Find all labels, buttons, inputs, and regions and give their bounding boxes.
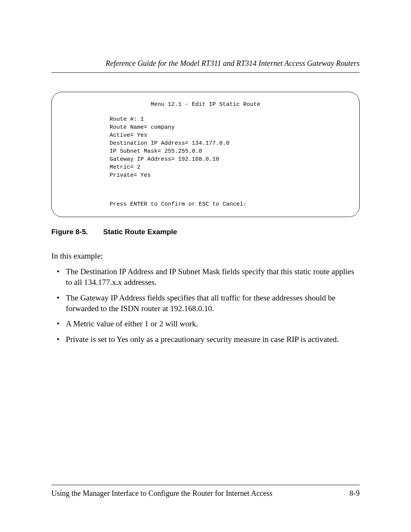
terminal-line-6: Gateway IP Address= 192.168.0.10 — [110, 156, 219, 163]
terminal-line-2: Route Name= company — [110, 124, 175, 131]
footer-page-number: 8-9 — [349, 489, 360, 498]
terminal-line-4: Destination IP Address= 134.177.0.0 — [110, 140, 229, 147]
terminal-title: Menu 12.1 - Edit IP Static Route — [64, 101, 347, 109]
terminal-line-3: Active= Yes — [110, 132, 147, 139]
running-header: Reference Guide for the Model RT311 and … — [51, 59, 360, 73]
terminal-line-5: IP Subnet Mask= 255.255.0.0 — [110, 148, 202, 155]
page-footer: Using the Manager Interface to Configure… — [51, 485, 360, 498]
intro-line: In this example: — [51, 251, 360, 261]
page: Reference Guide for the Model RT311 and … — [0, 0, 411, 532]
terminal-line-7: Metric= 2 — [110, 164, 140, 171]
bullet-text: The Gateway IP Address fields specifies … — [66, 293, 336, 313]
bullet-text: A Metric value of either 1 or 2 will wor… — [66, 319, 198, 328]
list-item: Private is set to Yes only as a precauti… — [66, 334, 360, 345]
list-item: A Metric value of either 1 or 2 will wor… — [66, 318, 360, 329]
bullet-list: The Destination IP Address and IP Subnet… — [51, 266, 360, 345]
figure-label: Figure 8-5. — [51, 228, 88, 236]
terminal-box: Menu 12.1 - Edit IP Static Route Route #… — [51, 92, 360, 217]
terminal-footer: Press ENTER to Confirm or ESC to Cancel: — [110, 200, 347, 208]
bullet-text: The Destination IP Address and IP Subnet… — [66, 267, 354, 287]
terminal-line-1: Route #: 1 — [110, 116, 144, 123]
header-title: Reference Guide for the Model RT311 and … — [105, 59, 360, 67]
footer-chapter: Using the Manager Interface to Configure… — [51, 489, 272, 498]
list-item: The Gateway IP Address fields specifies … — [66, 292, 360, 314]
terminal-line-8: Private= Yes — [110, 172, 151, 179]
figure-title: Static Route Example — [103, 228, 177, 236]
figure-caption: Figure 8-5.Static Route Example — [51, 228, 360, 236]
bullet-text: Private is set to Yes only as a precauti… — [66, 335, 339, 344]
terminal-body: Route #: 1 Route Name= company Active= Y… — [110, 115, 347, 179]
list-item: The Destination IP Address and IP Subnet… — [66, 266, 360, 288]
